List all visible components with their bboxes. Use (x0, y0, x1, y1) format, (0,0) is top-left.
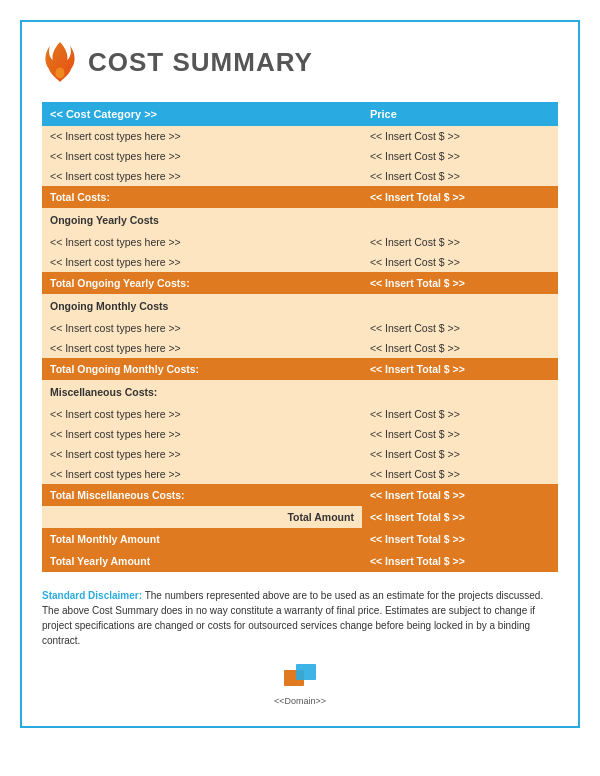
cost-price[interactable]: << Insert Cost $ >> (362, 166, 558, 186)
cost-price[interactable]: << Insert Cost $ >> (362, 404, 558, 424)
cost-price[interactable]: << Insert Cost $ >> (362, 126, 558, 146)
section-header-label: Ongoing Yearly Costs (42, 208, 558, 232)
cost-category[interactable]: << Insert cost types here >> (42, 444, 362, 464)
total-row: Total Costs: << Insert Total $ >> (42, 186, 558, 208)
disclaimer-label: Standard Disclaimer: (42, 590, 142, 601)
cost-price[interactable]: << Insert Cost $ >> (362, 424, 558, 444)
cost-category[interactable]: << Insert cost types here >> (42, 464, 362, 484)
section-header-row: Miscellaneous Costs: (42, 380, 558, 404)
page-container: COST SUMMARY << Cost Category >> Price <… (20, 20, 580, 728)
domain-label: <<Domain>> (42, 696, 558, 706)
total-label: Total Ongoing Monthly Costs: (42, 358, 362, 380)
total-row: Total Miscellaneous Costs: << Insert Tot… (42, 484, 558, 506)
total-row: Total Ongoing Monthly Costs: << Insert T… (42, 358, 558, 380)
section-header-row: Ongoing Yearly Costs (42, 208, 558, 232)
subtotal-value[interactable]: << Insert Total $ >> (362, 528, 558, 550)
flame-icon (42, 42, 78, 82)
cost-category[interactable]: << Insert cost types here >> (42, 424, 362, 444)
cost-category[interactable]: << Insert cost types here >> (42, 252, 362, 272)
subtotal-label: Total Amount (42, 506, 362, 528)
table-row: << Insert cost types here >> << Insert C… (42, 404, 558, 424)
table-row: << Insert cost types here >> << Insert C… (42, 424, 558, 444)
cost-category[interactable]: << Insert cost types here >> (42, 126, 362, 146)
cost-price[interactable]: << Insert Cost $ >> (362, 464, 558, 484)
disclaimer: Standard Disclaimer: The numbers represe… (42, 588, 558, 648)
cost-price[interactable]: << Insert Cost $ >> (362, 318, 558, 338)
section-header-label: Miscellaneous Costs: (42, 380, 558, 404)
total-row: Total Ongoing Yearly Costs: << Insert To… (42, 272, 558, 294)
total-label: Total Ongoing Yearly Costs: (42, 272, 362, 294)
subtotal-label: Total Yearly Amount (42, 550, 362, 572)
table-row: << Insert cost types here >> << Insert C… (42, 166, 558, 186)
subtotal-row: Total Amount << Insert Total $ >> (42, 506, 558, 528)
cost-category[interactable]: << Insert cost types here >> (42, 318, 362, 338)
subtotal-value[interactable]: << Insert Total $ >> (362, 506, 558, 528)
total-label: Total Miscellaneous Costs: (42, 484, 362, 506)
subtotal-row: Total Yearly Amount << Insert Total $ >> (42, 550, 558, 572)
cost-price[interactable]: << Insert Cost $ >> (362, 252, 558, 272)
header: COST SUMMARY (42, 42, 558, 82)
table-row: << Insert cost types here >> << Insert C… (42, 126, 558, 146)
cost-price[interactable]: << Insert Cost $ >> (362, 232, 558, 252)
table-row: << Insert cost types here >> << Insert C… (42, 252, 558, 272)
cost-category[interactable]: << Insert cost types here >> (42, 338, 362, 358)
total-value[interactable]: << Insert Total $ >> (362, 186, 558, 208)
total-value[interactable]: << Insert Total $ >> (362, 272, 558, 294)
svg-point-0 (55, 67, 64, 78)
subtotal-value[interactable]: << Insert Total $ >> (362, 550, 558, 572)
table-row: << Insert cost types here >> << Insert C… (42, 464, 558, 484)
subtotal-label: Total Monthly Amount (42, 528, 362, 550)
cost-price[interactable]: << Insert Cost $ >> (362, 338, 558, 358)
cost-category[interactable]: << Insert cost types here >> (42, 404, 362, 424)
section-header-row: Ongoing Monthly Costs (42, 294, 558, 318)
page-title: COST SUMMARY (88, 47, 313, 78)
table-row: << Insert cost types here >> << Insert C… (42, 232, 558, 252)
table-row: << Insert cost types here >> << Insert C… (42, 146, 558, 166)
total-value[interactable]: << Insert Total $ >> (362, 358, 558, 380)
cost-category[interactable]: << Insert cost types here >> (42, 232, 362, 252)
subtotal-row: Total Monthly Amount << Insert Total $ >… (42, 528, 558, 550)
cost-price[interactable]: << Insert Cost $ >> (362, 444, 558, 464)
cost-table: << Cost Category >> Price << Insert cost… (42, 102, 558, 572)
svg-rect-2 (296, 664, 316, 680)
domain-logo (284, 664, 316, 692)
cost-category[interactable]: << Insert cost types here >> (42, 166, 362, 186)
cost-category[interactable]: << Insert cost types here >> (42, 146, 362, 166)
table-row: << Insert cost types here >> << Insert C… (42, 338, 558, 358)
col-header-category: << Cost Category >> (42, 102, 362, 126)
cost-price[interactable]: << Insert Cost $ >> (362, 146, 558, 166)
total-label: Total Costs: (42, 186, 362, 208)
total-value[interactable]: << Insert Total $ >> (362, 484, 558, 506)
section-header-label: Ongoing Monthly Costs (42, 294, 558, 318)
table-row: << Insert cost types here >> << Insert C… (42, 318, 558, 338)
table-row: << Insert cost types here >> << Insert C… (42, 444, 558, 464)
footer: <<Domain>> (42, 664, 558, 706)
col-header-price: Price (362, 102, 558, 126)
